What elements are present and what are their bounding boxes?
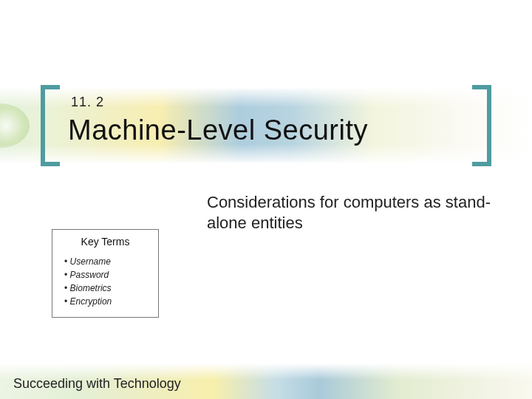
- section-title: Machine-Level Security: [68, 115, 368, 146]
- bracket-right-icon: [472, 85, 491, 166]
- key-term-item: Username: [64, 255, 151, 268]
- key-terms-box: Key Terms Username Password Biometrics E…: [52, 229, 159, 318]
- key-term-item: Biometrics: [64, 282, 151, 295]
- key-term-item: Encryption: [64, 295, 151, 308]
- slide: 11. 2 Machine-Level Security Considerati…: [0, 0, 532, 399]
- key-terms-list: Username Password Biometrics Encryption: [60, 255, 151, 308]
- subtitle: Considerations for computers as stand-al…: [207, 192, 502, 233]
- section-number: 11. 2: [71, 95, 104, 110]
- bracket-left-icon: [41, 85, 60, 166]
- key-terms-heading: Key Terms: [60, 236, 151, 248]
- footer-text: Succeeding with Technology: [13, 376, 181, 392]
- key-term-item: Password: [64, 268, 151, 282]
